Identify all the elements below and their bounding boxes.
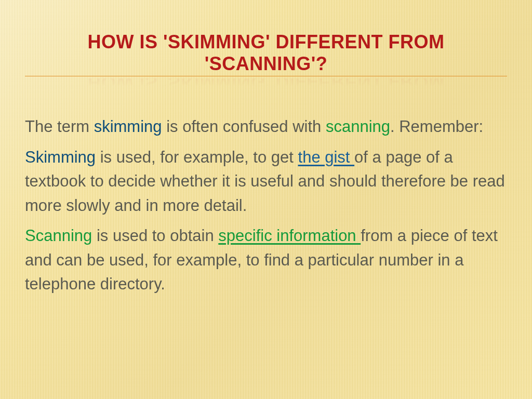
text: is used, for example, to get (96, 148, 298, 166)
title-wrap: HOW IS 'SKIMMING' DIFFERENT FROM 'SCANNI… (25, 31, 507, 76)
keyword-scanning: Scanning (25, 227, 92, 245)
slide-title: HOW IS 'SKIMMING' DIFFERENT FROM 'SCANNI… (25, 31, 507, 75)
text: . Remember: (390, 117, 483, 136)
text: is often confused with (162, 117, 326, 136)
keyword-skimming: Skimming (25, 148, 96, 166)
link-specific-information[interactable]: specific information (218, 227, 361, 245)
keyword-skimming: skimming (94, 117, 162, 136)
paragraph-intro: The term skimming is often confused with… (25, 115, 507, 139)
text: is used to obtain (92, 227, 218, 245)
title-reflection: HOW IS 'SKIMMING' DIFFERENT FROM 'SCANNI… (25, 78, 507, 93)
keyword-scanning: scanning (326, 117, 390, 136)
text: The term (25, 117, 94, 136)
paragraph-skimming: Skimming is used, for example, to get th… (25, 145, 507, 218)
paragraph-scanning: Scanning is used to obtain specific info… (25, 224, 507, 297)
slide-body: The term skimming is often confused with… (25, 115, 507, 297)
slide: HOW IS 'SKIMMING' DIFFERENT FROM 'SCANNI… (0, 0, 532, 328)
link-the-gist[interactable]: the gist (298, 148, 355, 166)
